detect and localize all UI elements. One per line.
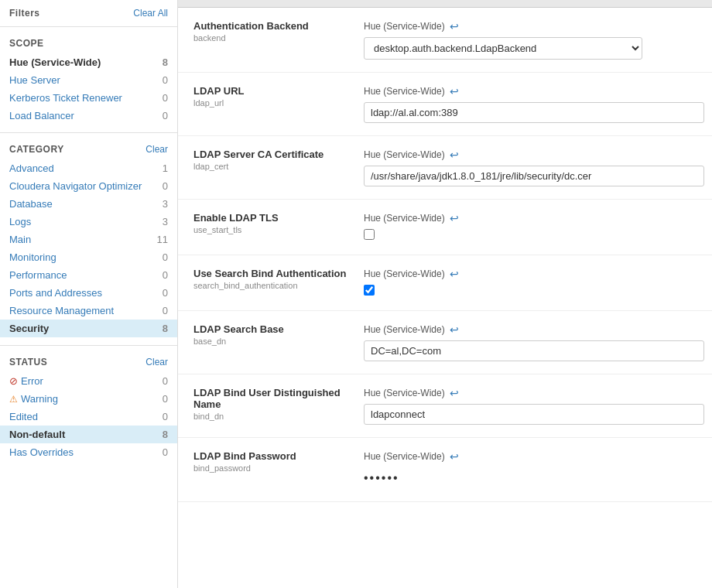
clear-all-button[interactable]: Clear All xyxy=(133,8,168,19)
status-item-label-2: Edited xyxy=(9,411,38,422)
scope-section: SCOPE Hue (Service-Wide)8Hue Server0Kerb… xyxy=(0,30,177,129)
status-item-4[interactable]: Has Overrides0 xyxy=(0,443,177,461)
category-header: CATEGORY Clear xyxy=(0,136,177,159)
revert-icon-7[interactable]: ↩ xyxy=(450,450,459,463)
config-row-0: Authentication Backend backend Hue (Serv… xyxy=(178,8,712,73)
status-item-0[interactable]: ⊘Error0 xyxy=(0,372,177,390)
error-icon: ⊘ xyxy=(9,375,18,387)
config-select-0[interactable]: desktop.auth.backend.LdapBackenddesktop.… xyxy=(364,37,642,60)
config-value-col-0: Hue (Service-Wide) ↩ desktop.auth.backen… xyxy=(364,20,697,60)
config-input-1[interactable] xyxy=(364,102,704,123)
config-checkbox-3[interactable] xyxy=(364,229,375,240)
config-scope-label-0: Hue (Service-Wide) xyxy=(364,21,445,32)
config-input-6[interactable] xyxy=(364,404,704,425)
revert-icon-3[interactable]: ↩ xyxy=(450,212,459,224)
config-sublabel-0: backend xyxy=(193,33,348,43)
revert-icon-1[interactable]: ↩ xyxy=(450,85,459,97)
sidebar: Filters Clear All SCOPE Hue (Service-Wid… xyxy=(0,0,178,588)
config-value-col-7: Hue (Service-Wide) ↩ •••••• xyxy=(364,450,697,489)
status-section: STATUS Clear ⊘Error0⚠Warning0Edited0Non-… xyxy=(0,349,177,466)
config-label-5: LDAP Search Base xyxy=(193,323,348,335)
config-scope-4: Hue (Service-Wide) ↩ xyxy=(364,268,697,280)
status-clear-button[interactable]: Clear xyxy=(145,357,168,368)
category-item-3[interactable]: Logs3 xyxy=(0,213,177,231)
category-title: CATEGORY xyxy=(9,144,64,155)
config-checkbox-4[interactable] xyxy=(364,285,375,296)
status-header: STATUS Clear xyxy=(0,349,177,372)
scope-item-2[interactable]: Kerberos Ticket Renewer0 xyxy=(0,89,177,107)
config-scope-label-2: Hue (Service-Wide) xyxy=(364,149,445,160)
revert-icon-6[interactable]: ↩ xyxy=(450,387,459,399)
category-item-count-5: 0 xyxy=(163,251,168,263)
scope-item-count-0: 8 xyxy=(163,56,168,68)
status-item-label-4: Has Overrides xyxy=(9,446,74,458)
config-input-2[interactable] xyxy=(364,166,704,186)
config-label-col-7: LDAP Bind Password bind_password xyxy=(193,450,348,489)
top-bar xyxy=(178,0,712,8)
status-item-1[interactable]: ⚠Warning0 xyxy=(0,390,177,408)
category-item-2[interactable]: Database3 xyxy=(0,195,177,213)
warning-icon: ⚠ xyxy=(9,394,18,405)
config-value-col-6: Hue (Service-Wide) ↩ xyxy=(364,387,704,425)
category-item-7[interactable]: Ports and Addresses0 xyxy=(0,284,177,302)
scope-item-0[interactable]: Hue (Service-Wide)8 xyxy=(0,53,177,71)
category-item-9[interactable]: Security8 xyxy=(0,320,177,337)
config-scope-label-3: Hue (Service-Wide) xyxy=(364,213,445,224)
category-item-1[interactable]: Cloudera Navigator Optimizer0 xyxy=(0,177,177,195)
config-label-col-3: Enable LDAP TLS use_start_tls xyxy=(193,212,348,242)
config-scope-label-4: Hue (Service-Wide) xyxy=(364,268,445,279)
scope-header: SCOPE xyxy=(0,30,177,53)
category-item-count-7: 0 xyxy=(163,287,168,299)
category-item-count-8: 0 xyxy=(163,305,168,316)
scope-item-label-2: Kerberos Ticket Renewer xyxy=(9,92,122,104)
scope-item-label-3: Load Balancer xyxy=(9,110,74,121)
category-clear-button[interactable]: Clear xyxy=(145,144,168,155)
config-label-0: Authentication Backend xyxy=(193,20,348,32)
config-sublabel-6: bind_dn xyxy=(193,412,348,421)
config-password-7: •••••• xyxy=(364,467,697,489)
revert-icon-0[interactable]: ↩ xyxy=(450,20,459,32)
config-scope-5: Hue (Service-Wide) ↩ xyxy=(364,323,704,336)
app-container: Filters Clear All SCOPE Hue (Service-Wid… xyxy=(0,0,712,588)
category-item-label-0: Advanced xyxy=(9,162,54,174)
divider-3 xyxy=(0,345,177,346)
category-item-5[interactable]: Monitoring0 xyxy=(0,248,177,266)
divider-1 xyxy=(0,26,177,27)
category-item-6[interactable]: Performance0 xyxy=(0,266,177,284)
category-item-label-3: Logs xyxy=(9,216,31,227)
scope-item-1[interactable]: Hue Server0 xyxy=(0,71,177,89)
config-input-5[interactable] xyxy=(364,340,704,361)
revert-icon-2[interactable]: ↩ xyxy=(450,149,459,161)
config-sublabel-3: use_start_tls xyxy=(193,225,348,234)
category-item-8[interactable]: Resource Management0 xyxy=(0,302,177,320)
config-label-2: LDAP Server CA Certificate xyxy=(193,149,348,160)
revert-icon-4[interactable]: ↩ xyxy=(450,268,459,280)
scope-list: Hue (Service-Wide)8Hue Server0Kerberos T… xyxy=(0,53,177,125)
category-item-0[interactable]: Advanced1 xyxy=(0,159,177,177)
config-scope-3: Hue (Service-Wide) ↩ xyxy=(364,212,697,224)
status-item-2[interactable]: Edited0 xyxy=(0,408,177,426)
status-item-3[interactable]: Non-default8 xyxy=(0,426,177,443)
category-item-count-6: 0 xyxy=(163,269,168,281)
config-row-2: LDAP Server CA Certificate ldap_cert Hue… xyxy=(178,136,712,200)
status-item-count-4: 0 xyxy=(163,446,168,458)
category-item-count-3: 3 xyxy=(163,216,168,227)
scope-item-3[interactable]: Load Balancer0 xyxy=(0,107,177,125)
config-row-4: Use Search Bind Authentication search_bi… xyxy=(178,255,712,311)
config-label-4: Use Search Bind Authentication xyxy=(193,268,348,279)
config-sublabel-4: search_bind_authentication xyxy=(193,281,348,290)
scope-item-count-1: 0 xyxy=(163,74,168,86)
config-sublabel-5: base_dn xyxy=(193,337,348,346)
config-scope-6: Hue (Service-Wide) ↩ xyxy=(364,387,704,399)
status-item-label-0: ⊘Error xyxy=(9,375,43,387)
category-item-label-8: Resource Management xyxy=(9,305,114,316)
revert-icon-5[interactable]: ↩ xyxy=(450,323,459,336)
config-row-6: LDAP Bind User Distinguished Name bind_d… xyxy=(178,374,712,438)
category-item-label-4: Main xyxy=(9,234,31,245)
category-item-label-6: Performance xyxy=(9,269,67,281)
config-scope-7: Hue (Service-Wide) ↩ xyxy=(364,450,697,463)
divider-2 xyxy=(0,132,177,133)
config-label-6: LDAP Bind User Distinguished Name xyxy=(193,387,348,410)
category-item-label-9: Security xyxy=(9,323,49,334)
category-item-4[interactable]: Main11 xyxy=(0,231,177,248)
